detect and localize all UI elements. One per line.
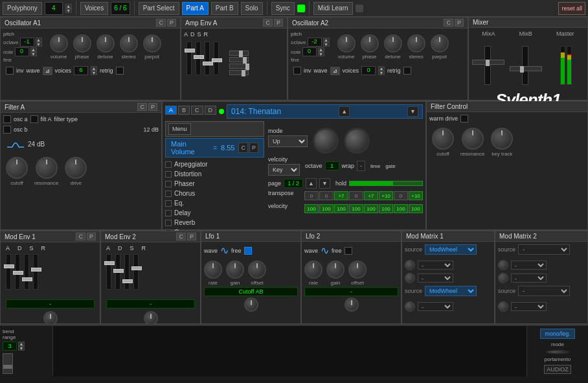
mod-matrix2-source1-select[interactable]: - (518, 244, 570, 255)
osc2-inv-checkbox[interactable] (293, 67, 301, 75)
mod-matrix2-knob2[interactable] (498, 273, 508, 283)
param-copy[interactable]: C (238, 143, 248, 153)
poly-up[interactable]: ▲ (65, 4, 72, 8)
lfo2-dest-display[interactable]: - (304, 287, 398, 296)
fx-phase-checkbox[interactable] (165, 181, 172, 187)
lfo1-amount-knob[interactable] (244, 297, 258, 312)
lfo2-free-checkbox[interactable] (345, 247, 352, 255)
mod-matrix1-source2-select[interactable]: ModWheel Velocity (425, 286, 477, 296)
amp-env-h-fader3[interactable] (229, 64, 249, 69)
arp-page-up[interactable]: ▲ (306, 178, 317, 189)
osc2-voices-spinner[interactable]: ▲ ▼ (378, 66, 385, 75)
patch-scroll-up[interactable]: ▲ (339, 106, 350, 117)
mod-matrix1-knob1[interactable] (405, 260, 415, 270)
warm-drive-checkbox[interactable] (460, 115, 468, 122)
mod-matrix1-knob2[interactable] (405, 273, 415, 283)
mod-env2-amount-knob[interactable] (144, 311, 158, 325)
fx-dist-checkbox[interactable] (165, 171, 172, 178)
filter-cutoff-knob[interactable] (6, 157, 28, 179)
transpose-4[interactable]: +7 (364, 191, 378, 200)
seq-tab-a[interactable]: A (165, 106, 177, 115)
amp-env-h-fader4[interactable] (229, 70, 249, 75)
amp-env-d-fader[interactable] (196, 41, 201, 75)
mixer-mixa-fader[interactable] (484, 46, 491, 85)
solo-button[interactable]: Solo (241, 2, 263, 15)
arp-wrap-btn[interactable]: - (357, 161, 365, 171)
bend-range-spinner[interactable]: ▲ ▼ (18, 342, 25, 351)
voices-button[interactable]: Voices (80, 2, 108, 15)
seq-tab-c[interactable]: C (191, 106, 203, 115)
osc1-voices-value[interactable]: 6 (74, 66, 88, 75)
osc1-note-spinner[interactable]: ▲ ▼ (30, 47, 37, 56)
mod-matrix2-knob3[interactable] (498, 301, 508, 312)
osc2-detune-knob[interactable] (384, 34, 402, 52)
arp-page-display[interactable]: 1 / 2 (284, 179, 303, 188)
amp-env-r-fader[interactable] (214, 41, 219, 75)
arp-mode-select[interactable]: Up Down Random (268, 135, 308, 147)
osc2-retrig-checkbox[interactable] (403, 67, 411, 75)
lfo2-rate-knob[interactable] (304, 261, 322, 279)
mod-matrix1-dest1-select[interactable]: - (418, 261, 453, 270)
vel-7[interactable]: 100 (409, 204, 423, 213)
mod-env2-a-fader[interactable] (106, 254, 111, 290)
filter-drive-knob[interactable] (65, 157, 87, 179)
mod-env1-amount-knob[interactable] (43, 311, 58, 325)
arp-octave-display[interactable]: 1 (325, 161, 339, 170)
osc2-note-spinner[interactable]: ▲ ▼ (318, 47, 324, 56)
transpose-6[interactable]: 0 (394, 191, 408, 200)
midi-learn-button[interactable]: Midi Learn (313, 2, 353, 15)
fx-delay-checkbox[interactable] (165, 210, 172, 216)
mod-env1-dest[interactable]: - (6, 299, 95, 308)
transpose-0[interactable]: 0 (304, 191, 319, 200)
fx-arp-checkbox[interactable] (165, 161, 172, 168)
osc2-paste-btn[interactable]: P (455, 19, 464, 27)
mixer-mixb-fader[interactable] (522, 46, 528, 85)
lfo2-offset-knob[interactable] (348, 261, 367, 279)
amp-env-s-fader[interactable] (205, 41, 210, 75)
lfo1-free-checkbox[interactable] (244, 247, 252, 255)
lfo1-gain-knob[interactable] (226, 261, 244, 279)
mod-env2-paste-btn[interactable]: P (187, 233, 196, 240)
seq-tab-b[interactable]: B (178, 106, 190, 115)
osc1-note-value[interactable]: 0 (15, 47, 29, 56)
amp-env-a-fader[interactable] (187, 41, 192, 75)
mod-env1-r-fader[interactable] (33, 254, 38, 290)
osc1-volume-knob[interactable] (50, 34, 68, 52)
mod-matrix2-dest2-select[interactable]: - (511, 273, 547, 283)
param-display[interactable]: Main Volume = 8.55 C P (165, 138, 264, 157)
bend-range-display[interactable]: 3 (3, 342, 17, 351)
mod-matrix2-dest1-select[interactable]: - (511, 261, 547, 270)
mod-matrix2-knob1[interactable] (498, 260, 508, 270)
mod-env2-d-fader[interactable] (115, 254, 120, 290)
filter-osc-b-checkbox[interactable] (3, 126, 11, 133)
osc1-wave-saw[interactable]: ⊿ (43, 67, 52, 75)
mod-matrix1-dest3-select[interactable]: - (418, 302, 453, 311)
osc2-copy-btn[interactable]: C (444, 19, 453, 27)
arp-knob2[interactable] (344, 128, 370, 154)
osc1-octave-value[interactable]: -1 (20, 38, 34, 47)
portamento-knob[interactable] (546, 350, 569, 354)
fctrl-resonance-knob[interactable] (462, 128, 484, 150)
mod-env2-s-fader[interactable] (124, 254, 130, 290)
vel-5[interactable]: 100 (379, 204, 393, 213)
sync-button[interactable]: Sync (271, 2, 295, 15)
patch-header[interactable]: 014: Thenatan ▲ ▼ (227, 104, 423, 119)
fx-reverb-checkbox[interactable] (165, 220, 172, 226)
polyphony-button[interactable]: Polyphony (3, 2, 42, 15)
vel-1[interactable]: 100 (319, 204, 334, 213)
transpose-1[interactable]: 0 (319, 191, 334, 200)
lfo1-offset-knob[interactable] (248, 261, 266, 279)
osc1-octave-spinner[interactable]: ▲ ▼ (36, 38, 42, 47)
amp-env-h-fader1[interactable] (229, 51, 249, 56)
vel-4[interactable]: 100 (364, 204, 378, 213)
fx-eq-checkbox[interactable] (165, 200, 172, 207)
poly-down[interactable]: ▼ (65, 8, 72, 13)
osc1-inv-checkbox[interactable] (6, 67, 14, 75)
osc1-parpot-knob[interactable] (143, 34, 161, 52)
mono-leg-button[interactable]: mono/leg. (540, 329, 575, 339)
transpose-2[interactable]: +7 (334, 191, 348, 200)
vel-2[interactable]: 100 (334, 204, 348, 213)
osc1-paste-btn[interactable]: P (167, 19, 176, 27)
pitch-bend-wheel[interactable] (3, 353, 13, 374)
osc1-voices-spinner[interactable]: ▲ ▼ (91, 66, 97, 75)
